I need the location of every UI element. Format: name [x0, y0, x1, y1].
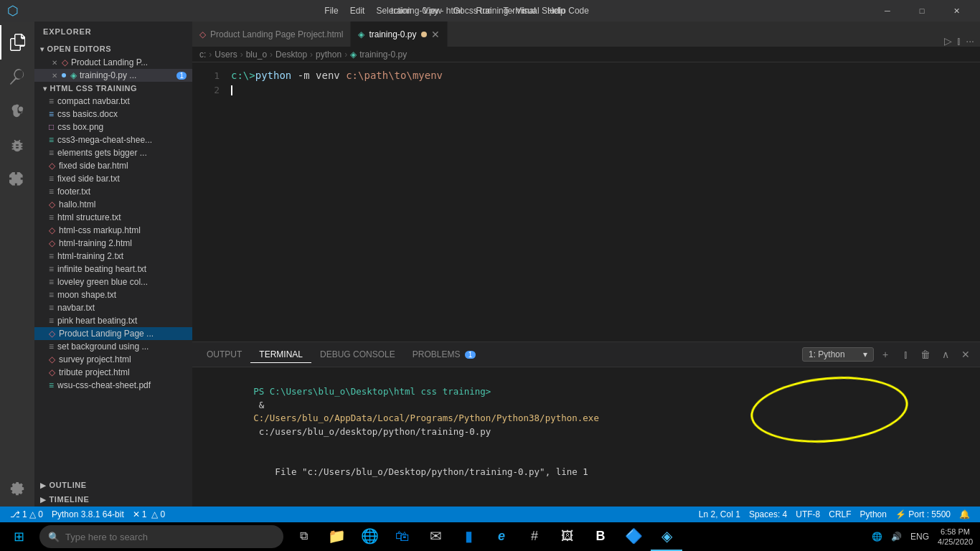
taskbar-task-view[interactable]: ⧉	[288, 522, 319, 551]
file-item[interactable]: ≡fixed side bar.txt	[34, 172, 192, 185]
menu-item-edit[interactable]: Edit	[346, 4, 369, 17]
indentation[interactable]: Spaces: 4	[745, 507, 791, 522]
folder-header[interactable]: ▾ HTML CSS TRAINING	[34, 82, 192, 95]
split-terminal-button[interactable]: ⫿	[897, 346, 914, 363]
file-item[interactable]: ◇html-training 2.html	[34, 237, 192, 250]
terminal-content[interactable]: PS C:\Users\blu_o\Desktop\html css train…	[192, 367, 980, 507]
editor-close-icon2[interactable]: ✕	[52, 72, 57, 80]
taskbar-edge2[interactable]: 🔷	[618, 522, 649, 551]
taskbar-store[interactable]: 🛍	[387, 522, 418, 551]
timeline-header[interactable]: ▶ Timeline	[34, 492, 192, 507]
language-mode[interactable]: Python	[856, 507, 891, 522]
terminal-dropdown[interactable]: 1: Python ▾	[802, 347, 874, 362]
tray-volume[interactable]: 🔊	[887, 522, 906, 551]
file-item[interactable]: ◇Product Landing Page ...	[34, 327, 192, 340]
activity-explorer[interactable]	[0, 25, 34, 60]
file-item[interactable]: ≡css basics.docx	[34, 108, 192, 121]
file-item[interactable]: □css box.png	[34, 121, 192, 133]
git-status[interactable]: ⎇ 1 △ 0	[6, 507, 47, 522]
bc-python[interactable]: python	[316, 50, 341, 60]
activity-extensions[interactable]	[0, 163, 34, 197]
bc-file[interactable]: training-0.py	[359, 50, 407, 60]
tray-network[interactable]: 🌐	[867, 522, 887, 551]
close-button[interactable]: ✕	[940, 0, 973, 22]
python-version[interactable]: Python 3.8.1 64-bit	[47, 507, 128, 522]
file-item[interactable]: ≡loveley green blue col...	[34, 276, 192, 288]
cursor-position[interactable]: Ln 2, Col 1	[694, 507, 745, 522]
file-item[interactable]: ◇tribute project.html	[34, 366, 192, 379]
tab-problems[interactable]: PROBLEMS 1	[404, 347, 485, 362]
taskbar-ie[interactable]: e	[486, 522, 517, 551]
file-item[interactable]: ≡html-training 2.txt	[34, 250, 192, 263]
add-terminal-button[interactable]: +	[877, 346, 894, 363]
editor-item-html[interactable]: ✕ ◇ Product Landing P...	[34, 56, 192, 69]
tab-py-close[interactable]: ✕	[431, 29, 440, 40]
taskbar-terminal[interactable]: ▮	[453, 522, 484, 551]
file-item[interactable]: ≡navbar.txt	[34, 301, 192, 314]
run-button[interactable]: ▷	[944, 35, 952, 47]
menu-item-file[interactable]: File	[320, 4, 342, 17]
title-bar-controls[interactable]: ─ □ ✕	[871, 0, 973, 22]
open-editors-label: Open Editors	[47, 44, 112, 53]
tab-html[interactable]: ◇ Product Landing Page Project.html	[192, 22, 351, 47]
open-editors-header[interactable]: ▾ Open Editors	[34, 42, 192, 56]
file-name: footer.txt	[57, 187, 90, 197]
taskbar-photos[interactable]: 🖼	[552, 522, 583, 551]
error-count[interactable]: ✕ 1 △ 0	[128, 507, 169, 522]
activity-debug[interactable]	[0, 128, 34, 163]
code-editor[interactable]: 1 c:\>python -m venv c:\path\to\myenv 2	[192, 62, 980, 342]
tab-debug-console[interactable]: DEBUG CONSOLE	[311, 347, 404, 362]
file-item[interactable]: ≡infinite beating heart.txt	[34, 263, 192, 276]
tray-time[interactable]: 6:58 PM 4/25/2020	[933, 522, 977, 551]
maximize-panel-button[interactable]: ∧	[937, 346, 954, 363]
split-editor-button[interactable]: ⫿	[956, 35, 961, 47]
more-actions-button[interactable]: ···	[966, 35, 974, 47]
file-item[interactable]: ≡compact navbar.txt	[34, 95, 192, 108]
tab-output[interactable]: OUTPUT	[198, 347, 250, 362]
taskbar-search[interactable]: 🔍	[39, 525, 283, 548]
tray-lang[interactable]: ENG	[906, 522, 933, 551]
line-ending[interactable]: CRLF	[824, 507, 855, 522]
taskbar-font[interactable]: B	[585, 522, 616, 551]
maximize-button[interactable]: □	[905, 0, 938, 22]
activity-settings[interactable]	[0, 472, 34, 507]
file-item[interactable]: ≡moon shape.txt	[34, 288, 192, 301]
editor-close-icon[interactable]: ✕	[52, 59, 57, 67]
search-input[interactable]	[65, 532, 275, 542]
file-item[interactable]: ◇survey project.html	[34, 353, 192, 366]
taskbar-mail[interactable]: ✉	[420, 522, 451, 551]
tab-py[interactable]: ◈ training-0.py ✕	[351, 22, 447, 47]
bc-desktop[interactable]: Desktop	[275, 50, 307, 60]
activity-search[interactable]	[0, 60, 34, 94]
file-item[interactable]: ≡css3-mega-cheat-shee...	[34, 133, 192, 146]
file-item[interactable]: ≡wsu-css-cheat-sheet.pdf	[34, 379, 192, 392]
file-item[interactable]: ◇hallo.html	[34, 198, 192, 211]
taskbar-calculator[interactable]: #	[519, 522, 550, 551]
bc-users[interactable]: Users	[215, 50, 237, 60]
notification-icon[interactable]: 🔔	[955, 507, 974, 522]
taskbar-file-explorer[interactable]: 📁	[321, 522, 352, 551]
file-item[interactable]: ≡footer.txt	[34, 185, 192, 198]
tab-terminal[interactable]: TERMINAL	[250, 347, 311, 363]
taskbar-vscode[interactable]: ◈	[651, 522, 682, 551]
editor-item-py[interactable]: ✕ ◈ training-0.py ... 1	[34, 69, 192, 82]
bc-blu_o[interactable]: blu_o	[246, 50, 267, 60]
taskbar-edge[interactable]: 🌐	[354, 522, 385, 551]
file-item[interactable]: ◇html-css markup.html	[34, 224, 192, 237]
file-item[interactable]: ≡html structure.txt	[34, 211, 192, 224]
file-item[interactable]: ≡elements gets bigger ...	[34, 146, 192, 159]
html-icon: ◇	[62, 57, 68, 67]
file-item[interactable]: ◇fixed side bar.html	[34, 159, 192, 172]
bc-c[interactable]: c:	[199, 50, 206, 60]
close-panel-button[interactable]: ✕	[957, 346, 974, 363]
kill-terminal-button[interactable]: 🗑	[917, 346, 934, 363]
encoding[interactable]: UTF-8	[791, 507, 824, 522]
file-item[interactable]: ≡pink heart beating.txt	[34, 314, 192, 327]
file-item[interactable]: ≡set background using ...	[34, 340, 192, 353]
start-button[interactable]: ⊞	[3, 522, 35, 551]
minimize-button[interactable]: ─	[871, 0, 904, 22]
outline-header[interactable]: ▶ Outline	[34, 478, 192, 492]
outline-chevron: ▶	[40, 481, 47, 489]
port-info[interactable]: ⚡ Port : 5500	[891, 507, 955, 522]
activity-source-control[interactable]	[0, 94, 34, 128]
